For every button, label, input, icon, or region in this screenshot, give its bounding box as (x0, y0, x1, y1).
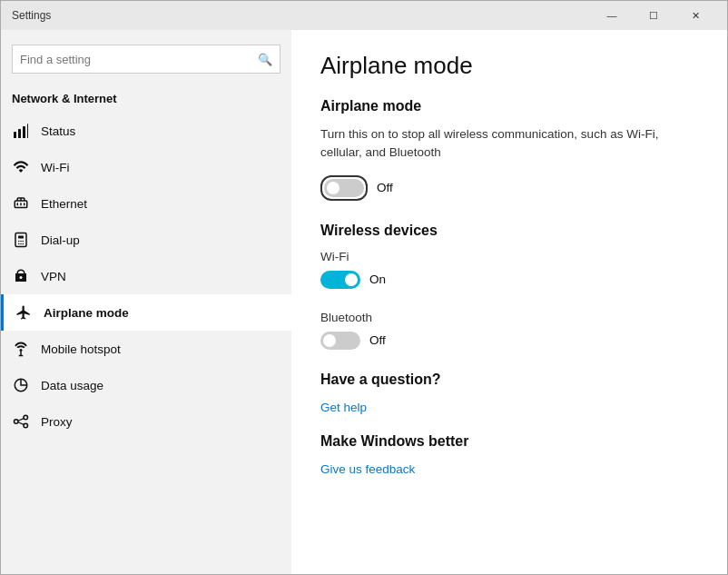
wifi-toggle-row: On (320, 271, 698, 289)
wifi-toggle-thumb (345, 273, 358, 286)
help-heading: Have a question? (320, 372, 698, 388)
svg-line-28 (18, 422, 24, 425)
bluetooth-toggle-label: Off (369, 333, 386, 347)
svg-point-13 (18, 241, 20, 243)
wifi-label: Wi-Fi (320, 250, 698, 263)
sidebar-item-wifi-label: Wi-Fi (41, 161, 280, 174)
status-icon (12, 122, 30, 140)
airplane-mode-toggle-row: Off (320, 175, 698, 201)
wifi-toggle[interactable] (320, 271, 360, 289)
sidebar-item-ethernet-label: Ethernet (41, 197, 280, 211)
sidebar-item-proxy-label: Proxy (41, 415, 280, 429)
sidebar-item-vpn-label: VPN (41, 270, 280, 283)
get-help-link[interactable]: Get help (320, 401, 367, 414)
airplane-mode-section: Airplane mode Turn this on to stop all w… (320, 98, 698, 201)
bluetooth-toggle-row: Off (320, 332, 698, 350)
sidebar-item-vpn[interactable]: VPN (1, 258, 291, 294)
maximize-button[interactable]: ☐ (633, 1, 674, 30)
bluetooth-toggle[interactable] (320, 332, 360, 350)
airplane-icon (15, 303, 33, 322)
svg-rect-2 (23, 126, 25, 138)
bluetooth-label: Bluetooth (320, 311, 698, 324)
minimize-button[interactable]: — (591, 1, 633, 30)
hotspot-icon (12, 340, 30, 358)
svg-point-20 (20, 349, 23, 352)
wireless-devices-heading: Wireless devices (320, 223, 698, 239)
svg-rect-3 (27, 124, 28, 138)
sidebar-item-hotspot-label: Mobile hotspot (41, 342, 280, 356)
settings-window: Settings — ☐ ✕ 🔍 Network & Internet (0, 0, 728, 575)
svg-rect-1 (18, 129, 21, 138)
wifi-subsection: Wi-Fi On (320, 250, 698, 289)
svg-point-15 (23, 241, 25, 243)
wifi-icon (12, 158, 30, 176)
svg-line-27 (18, 419, 24, 421)
airplane-mode-toggle[interactable] (324, 179, 364, 197)
sidebar-item-airplane[interactable]: Airplane mode (1, 294, 291, 331)
svg-point-25 (24, 415, 28, 420)
close-button[interactable]: ✕ (674, 1, 716, 30)
datausage-icon (12, 376, 30, 394)
sidebar-item-datausage-label: Data usage (41, 379, 280, 392)
svg-point-18 (23, 243, 25, 245)
sidebar-item-dialup[interactable]: Dial-up (1, 222, 291, 258)
sidebar-item-status[interactable]: Status (1, 113, 291, 149)
sidebar-item-hotspot[interactable]: Mobile hotspot (1, 331, 291, 367)
feedback-link[interactable]: Give us feedback (320, 462, 415, 476)
proxy-icon (12, 412, 30, 431)
svg-rect-6 (20, 203, 22, 205)
wifi-toggle-label: On (369, 273, 386, 286)
bluetooth-toggle-thumb (323, 334, 336, 347)
svg-point-26 (24, 423, 28, 428)
ethernet-icon (12, 194, 30, 213)
svg-rect-12 (18, 236, 24, 239)
svg-point-19 (20, 276, 23, 279)
content-area: 🔍 Network & Internet Status (1, 30, 727, 574)
svg-point-24 (15, 420, 19, 424)
feedback-section: Make Windows better Give us feedback (320, 433, 698, 477)
airplane-mode-description: Turn this on to stop all wireless commun… (320, 125, 698, 163)
wireless-devices-section: Wireless devices Wi-Fi On Bluetooth (320, 223, 698, 350)
airplane-mode-heading: Airplane mode (320, 98, 698, 114)
svg-rect-5 (17, 203, 19, 205)
sidebar-item-dialup-label: Dial-up (41, 233, 280, 247)
airplane-mode-toggle-thumb (327, 182, 339, 194)
vpn-icon (12, 267, 30, 285)
svg-point-14 (20, 241, 22, 243)
sidebar: 🔍 Network & Internet Status (1, 30, 291, 574)
main-panel: Airplane mode Airplane mode Turn this on… (291, 30, 727, 574)
sidebar-item-proxy[interactable]: Proxy (1, 403, 291, 440)
titlebar: Settings — ☐ ✕ (1, 1, 727, 30)
search-box[interactable]: 🔍 (12, 45, 280, 74)
sidebar-item-airplane-label: Airplane mode (44, 306, 280, 320)
window-controls: — ☐ ✕ (591, 1, 716, 30)
dialup-icon (12, 231, 30, 249)
sidebar-item-wifi[interactable]: Wi-Fi (1, 149, 291, 185)
svg-rect-7 (24, 203, 25, 205)
airplane-mode-toggle-label: Off (377, 181, 393, 194)
sidebar-item-datausage[interactable]: Data usage (1, 367, 291, 403)
svg-rect-0 (14, 132, 16, 138)
search-input[interactable] (20, 53, 258, 66)
sidebar-item-status-label: Status (41, 124, 280, 138)
svg-point-17 (20, 243, 22, 245)
window-title: Settings (12, 9, 51, 22)
page-title: Airplane mode (320, 52, 698, 80)
svg-point-16 (18, 243, 20, 245)
feedback-heading: Make Windows better (320, 433, 698, 450)
bluetooth-subsection: Bluetooth Off (320, 311, 698, 350)
sidebar-section-title: Network & Internet (1, 88, 291, 113)
sidebar-item-ethernet[interactable]: Ethernet (1, 185, 291, 222)
airplane-mode-toggle-wrapper[interactable] (320, 175, 368, 201)
search-icon: 🔍 (258, 53, 272, 66)
help-section: Have a question? Get help (320, 372, 698, 415)
